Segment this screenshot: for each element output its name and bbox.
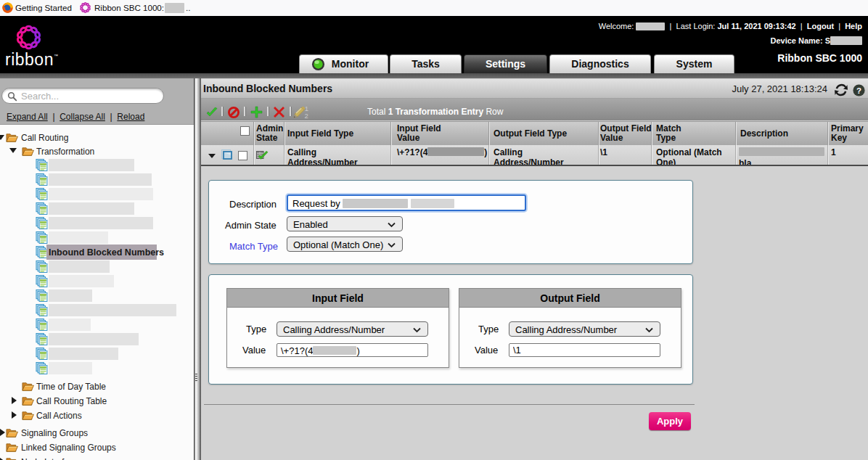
svg-text:2: 2 xyxy=(305,112,308,120)
svg-text:?: ? xyxy=(856,86,861,95)
svg-text:1: 1 xyxy=(305,104,308,112)
